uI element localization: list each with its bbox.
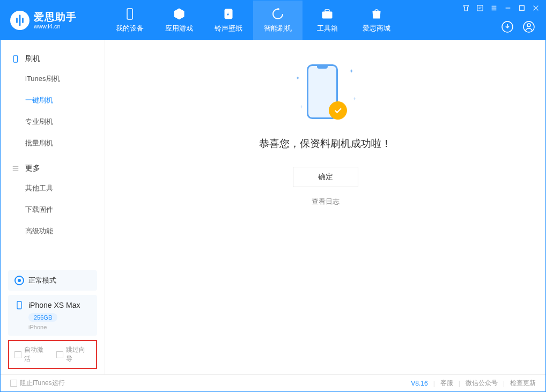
checkbox-label: 自动激活: [24, 345, 49, 364]
sparkle-icon: +: [353, 96, 357, 102]
checkbox-label: 跳过向导: [66, 345, 91, 364]
nav-ringtones[interactable]: 铃声壁纸: [204, 1, 253, 40]
svg-rect-9: [14, 56, 18, 62]
download-icon[interactable]: [500, 20, 514, 34]
window-controls: [462, 4, 540, 12]
app-name: 爱思助手: [34, 11, 77, 23]
sparkle-icon: ✦: [349, 68, 353, 74]
music-icon: [222, 8, 235, 20]
sidebar: 刷机 iTunes刷机 一键刷机 专业刷机 批量刷机 更多 其他工具 下载固件 …: [1, 40, 105, 374]
device-type: iPhone: [28, 324, 91, 330]
nav-label: 爱思商城: [363, 24, 390, 33]
mode-label: 正常模式: [28, 276, 56, 285]
sidebar-item-pro-flash[interactable]: 专业刷机: [25, 111, 105, 132]
footer-link-service[interactable]: 客服: [440, 379, 453, 388]
section-title-label: 刷机: [25, 54, 40, 64]
sidebar-section-flash: 刷机: [1, 50, 105, 68]
nav-toolbox[interactable]: 工具箱: [302, 1, 352, 40]
minimize-icon[interactable]: [504, 4, 512, 12]
phone-small-icon: [11, 55, 20, 63]
svg-rect-3: [325, 10, 329, 12]
skip-guide-checkbox[interactable]: 跳过向导: [56, 345, 91, 364]
separator: |: [433, 380, 435, 387]
footer-link-wechat[interactable]: 微信公众号: [466, 379, 498, 388]
device-panel[interactable]: iPhone XS Max 256GB iPhone: [8, 295, 97, 336]
version-label: V8.16: [411, 380, 427, 387]
storage-badge: 256GB: [28, 313, 57, 322]
footer-bar: 阻止iTunes运行 V8.16 | 客服 | 微信公众号 | 检查更新: [1, 374, 545, 391]
view-log-link[interactable]: 查看日志: [312, 197, 340, 206]
ok-button[interactable]: 确定: [293, 167, 358, 187]
success-illustration: ✦ ✦ + +: [288, 62, 363, 126]
main-content: ✦ ✦ + + 恭喜您，保资料刷机成功啦！ 确定 查看日志: [105, 40, 545, 374]
app-header: 爱思助手 www.i4.cn 我的设备 应用游戏 铃声壁纸 智能刷机 工具箱 爱…: [1, 1, 545, 40]
sparkle-icon: +: [300, 104, 303, 110]
bag-icon: [370, 8, 383, 20]
menu-icon[interactable]: [490, 4, 498, 12]
feedback-icon[interactable]: [476, 4, 484, 12]
cube-icon: [173, 8, 186, 20]
device-name: iPhone XS Max: [28, 301, 80, 309]
refresh-icon: [271, 8, 284, 20]
sidebar-item-other-tools[interactable]: 其他工具: [25, 177, 105, 199]
sidebar-item-oneclick-flash[interactable]: 一键刷机: [25, 90, 105, 111]
section-title-label: 更多: [25, 164, 40, 173]
sidebar-item-batch-flash[interactable]: 批量刷机: [25, 132, 105, 154]
app-url: www.i4.cn: [34, 23, 77, 30]
nav-label: 智能刷机: [264, 24, 292, 33]
header-actions: [500, 20, 536, 34]
nav-smart-flash[interactable]: 智能刷机: [253, 1, 302, 40]
logo-icon: [10, 11, 29, 30]
sidebar-section-more: 更多: [1, 159, 105, 177]
list-icon: [11, 164, 20, 173]
nav-apps-games[interactable]: 应用游戏: [154, 1, 204, 40]
checkbox-icon: [56, 351, 63, 358]
sidebar-item-itunes-flash[interactable]: iTunes刷机: [25, 68, 105, 90]
highlighted-checkbox-row: 自动激活 跳过向导: [8, 340, 97, 369]
phone-icon: [123, 8, 136, 20]
nav-label: 应用游戏: [165, 24, 193, 33]
svg-rect-0: [127, 9, 132, 19]
footer-link-update[interactable]: 检查更新: [510, 379, 536, 388]
svg-point-8: [527, 24, 530, 27]
close-icon[interactable]: [532, 4, 540, 12]
svg-rect-5: [520, 6, 525, 11]
nav-label: 铃声壁纸: [215, 24, 242, 33]
svg-rect-10: [17, 301, 21, 309]
checkbox-label: 阻止iTunes运行: [20, 379, 65, 388]
checkbox-icon: [10, 380, 17, 387]
maximize-icon[interactable]: [518, 4, 526, 12]
mode-icon: [14, 276, 24, 285]
block-itunes-checkbox[interactable]: 阻止iTunes运行: [10, 379, 65, 388]
nav-my-device[interactable]: 我的设备: [105, 1, 154, 40]
separator: |: [503, 380, 505, 387]
check-badge-icon: [329, 101, 347, 120]
logo-area[interactable]: 爱思助手 www.i4.cn: [1, 11, 105, 30]
mode-panel[interactable]: 正常模式: [8, 270, 97, 291]
auto-activate-checkbox[interactable]: 自动激活: [14, 345, 49, 364]
user-icon[interactable]: [522, 20, 536, 34]
nav-store[interactable]: 爱思商城: [352, 1, 401, 40]
toolbox-icon: [321, 8, 334, 20]
nav-label: 我的设备: [116, 24, 144, 33]
svg-rect-4: [477, 5, 483, 11]
device-phone-icon: [14, 300, 24, 310]
top-nav: 我的设备 应用游戏 铃声壁纸 智能刷机 工具箱 爱思商城: [105, 1, 401, 40]
nav-label: 工具箱: [317, 24, 338, 33]
sidebar-item-advanced[interactable]: 高级功能: [25, 220, 105, 242]
tshirt-icon[interactable]: [462, 4, 470, 12]
sidebar-item-download-firmware[interactable]: 下载固件: [25, 199, 105, 220]
svg-rect-2: [322, 12, 332, 18]
checkbox-icon: [14, 351, 21, 358]
sparkle-icon: ✦: [296, 75, 300, 81]
separator: |: [459, 380, 460, 387]
success-message: 恭喜您，保资料刷机成功啦！: [259, 137, 392, 151]
